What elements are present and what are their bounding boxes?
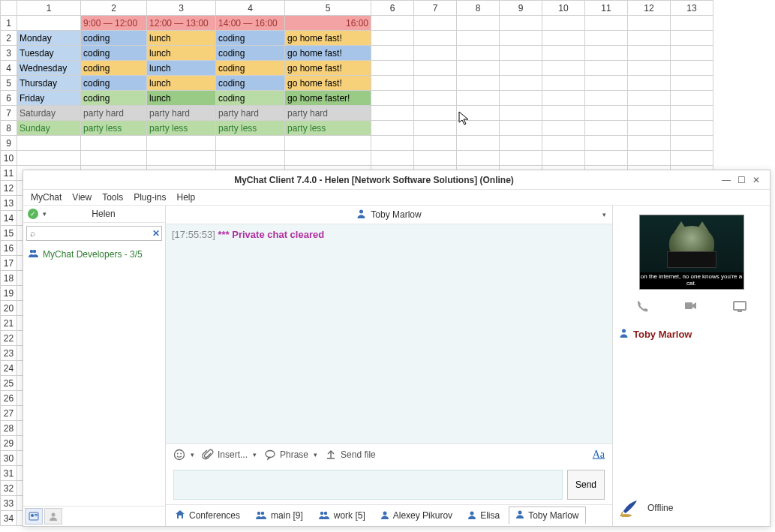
cell[interactable] xyxy=(500,151,542,166)
row-header[interactable]: 28 xyxy=(1,421,17,436)
cell[interactable]: coding xyxy=(216,46,285,61)
cell[interactable]: coding xyxy=(216,91,285,106)
cell[interactable]: Monday xyxy=(17,31,81,46)
row-header[interactable]: 21 xyxy=(1,316,17,331)
cell[interactable]: go home fast! xyxy=(285,31,371,46)
cell[interactable]: go home faster! xyxy=(285,91,371,106)
video-call-icon[interactable] xyxy=(683,299,698,317)
cell[interactable] xyxy=(500,16,542,31)
cell[interactable] xyxy=(414,31,457,46)
row-header[interactable]: 7 xyxy=(1,106,17,121)
cell[interactable]: coding xyxy=(216,76,285,91)
bottom-tab[interactable]: main [9] xyxy=(249,508,309,524)
cell[interactable]: party hard xyxy=(216,106,285,121)
messages-area[interactable]: [17:55:53] *** Private chat cleared xyxy=(166,224,612,443)
maximize-button[interactable]: ☐ xyxy=(734,175,749,185)
cell[interactable] xyxy=(216,136,285,151)
cell[interactable]: party hard xyxy=(285,106,371,121)
cell[interactable] xyxy=(371,121,414,136)
cell[interactable] xyxy=(628,16,671,31)
cell[interactable] xyxy=(17,151,81,166)
cell[interactable] xyxy=(542,16,585,31)
row-header[interactable]: 19 xyxy=(1,286,17,301)
cell[interactable]: Tuesday xyxy=(17,46,81,61)
row-header[interactable]: 16 xyxy=(1,241,17,256)
contacts-tab-button[interactable] xyxy=(25,508,43,524)
column-header[interactable]: 11 xyxy=(585,1,628,16)
cell[interactable] xyxy=(585,76,628,91)
column-header[interactable]: 9 xyxy=(500,1,542,16)
menu-item[interactable]: Help xyxy=(177,192,196,203)
cell[interactable] xyxy=(457,106,500,121)
cell[interactable] xyxy=(371,151,414,166)
send-file-button[interactable]: Send file xyxy=(325,449,376,461)
chat-header-dropdown-icon[interactable]: ▾ xyxy=(602,211,606,218)
cell[interactable] xyxy=(414,136,457,151)
cell[interactable]: lunch xyxy=(147,61,216,76)
cell[interactable]: party less xyxy=(147,121,216,136)
row-header[interactable]: 30 xyxy=(1,451,17,466)
cell[interactable] xyxy=(414,151,457,166)
row-header[interactable]: 3 xyxy=(1,46,17,61)
row-header[interactable]: 12 xyxy=(1,181,17,196)
minimize-button[interactable]: — xyxy=(719,175,734,185)
cell[interactable] xyxy=(371,16,414,31)
cell[interactable] xyxy=(585,121,628,136)
screen-share-icon[interactable] xyxy=(732,299,747,317)
cell[interactable] xyxy=(216,151,285,166)
cell[interactable] xyxy=(671,61,713,76)
cell[interactable]: coding xyxy=(81,76,147,91)
cell[interactable]: 14:00 — 16:00 xyxy=(216,16,285,31)
cell[interactable] xyxy=(285,136,371,151)
row-header[interactable]: 26 xyxy=(1,391,17,406)
row-header[interactable]: 33 xyxy=(1,496,17,511)
row-header[interactable]: 14 xyxy=(1,211,17,226)
cell[interactable] xyxy=(371,31,414,46)
cell[interactable] xyxy=(542,61,585,76)
cell[interactable] xyxy=(147,151,216,166)
row-header[interactable]: 22 xyxy=(1,331,17,346)
cell[interactable] xyxy=(414,91,457,106)
row-header[interactable]: 8 xyxy=(1,121,17,136)
cell[interactable] xyxy=(81,151,147,166)
row-header[interactable]: 27 xyxy=(1,406,17,421)
cell[interactable] xyxy=(371,136,414,151)
row-header[interactable]: 18 xyxy=(1,271,17,286)
row-header[interactable]: 13 xyxy=(1,196,17,211)
row-header[interactable]: 31 xyxy=(1,466,17,481)
cell[interactable] xyxy=(671,106,713,121)
cell[interactable] xyxy=(585,16,628,31)
conference-item[interactable]: MyChat Developers - 3/5 xyxy=(25,247,164,261)
cell[interactable] xyxy=(414,61,457,76)
cell[interactable]: Sunday xyxy=(17,121,81,136)
cell[interactable] xyxy=(457,46,500,61)
voice-call-icon[interactable] xyxy=(635,299,650,317)
cell[interactable]: 9:00 — 12:00 xyxy=(81,16,147,31)
column-header[interactable]: 8 xyxy=(457,1,500,16)
row-header[interactable]: 23 xyxy=(1,346,17,361)
cell[interactable]: coding xyxy=(216,61,285,76)
cell[interactable] xyxy=(628,106,671,121)
cell[interactable]: party hard xyxy=(147,106,216,121)
column-header[interactable]: 7 xyxy=(414,1,457,16)
format-button[interactable]: Aa xyxy=(593,449,605,461)
cell[interactable]: 12:00 — 13:00 xyxy=(147,16,216,31)
menu-item[interactable]: Tools xyxy=(102,192,123,203)
cell[interactable] xyxy=(542,31,585,46)
secondary-tab-button[interactable] xyxy=(44,508,62,524)
cell[interactable] xyxy=(542,136,585,151)
cell[interactable]: party less xyxy=(216,121,285,136)
cell[interactable]: party hard xyxy=(81,106,147,121)
cell[interactable] xyxy=(542,46,585,61)
row-header[interactable]: 24 xyxy=(1,361,17,376)
cell[interactable]: go home fast! xyxy=(285,76,371,91)
cell[interactable] xyxy=(628,46,671,61)
cell[interactable] xyxy=(585,46,628,61)
cell[interactable] xyxy=(457,151,500,166)
column-header[interactable]: 6 xyxy=(371,1,414,16)
cell[interactable] xyxy=(628,151,671,166)
cell[interactable] xyxy=(414,16,457,31)
emoji-button[interactable]: ▾ xyxy=(173,449,194,461)
column-header[interactable]: 13 xyxy=(671,1,713,16)
message-input[interactable] xyxy=(173,470,563,500)
